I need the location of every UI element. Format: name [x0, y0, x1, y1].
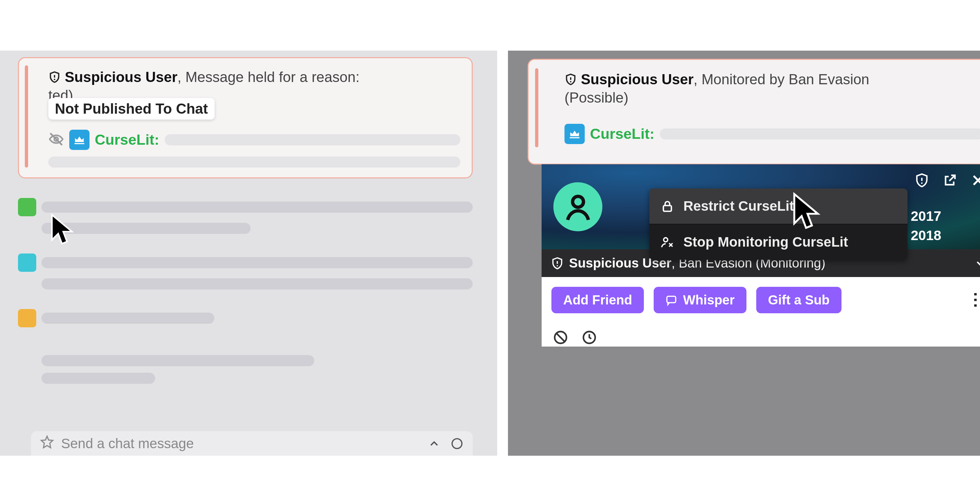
user-badge-teal-icon [18, 253, 36, 272]
svg-point-7 [572, 196, 583, 207]
broadcaster-badge-icon [69, 130, 89, 150]
close-icon[interactable] [970, 173, 980, 188]
ban-icon[interactable] [553, 329, 568, 347]
broadcaster-badge-icon [565, 124, 585, 144]
caret-up-icon[interactable] [428, 437, 441, 450]
chevron-down-icon[interactable] [974, 258, 980, 269]
shield-alert-icon [48, 71, 61, 83]
menu-stop-label: Stop Monitoring CurseLit [683, 234, 848, 250]
svg-point-6 [570, 81, 571, 82]
cursor-icon [789, 191, 826, 237]
flag-title-bold: Suspicious User [581, 71, 694, 87]
compose-placeholder-text: Send a chat message [61, 436, 194, 452]
username-label[interactable]: CurseLit: [590, 126, 655, 142]
whisper-button[interactable]: Whisper [654, 287, 746, 313]
timeout-icon[interactable] [581, 329, 597, 347]
year-label-b: 2018 [911, 226, 941, 245]
message-placeholder [165, 134, 460, 145]
compose-input[interactable]: Send a chat message [31, 431, 473, 456]
year-label-a: 2017 [911, 207, 941, 226]
username-label[interactable]: CurseLit: [95, 131, 159, 148]
chat-placeholder [41, 373, 155, 384]
flagged-message-card: Suspicious User, Message held for a reas… [18, 57, 473, 178]
flagged-message-card: Suspicious User, Monitored by Ban Evasio… [528, 59, 980, 165]
shield-icon[interactable] [914, 173, 929, 188]
add-friend-button[interactable]: Add Friend [551, 287, 644, 313]
svg-point-4 [452, 439, 462, 449]
svg-point-13 [557, 265, 558, 266]
user-card-actions: Add Friend Whisper Gift a Sub ⋯ [542, 277, 980, 323]
menu-stop-monitoring[interactable]: Stop Monitoring CurseLit [649, 224, 907, 260]
chat-icon [665, 294, 677, 306]
not-published-tooltip: Not Published To Chat [48, 98, 215, 119]
popout-icon[interactable] [942, 173, 958, 188]
star-icon [40, 435, 54, 452]
svg-line-16 [556, 333, 565, 342]
user-card-banner: 2017 2018 Restrict CurseLit Stop Monitor… [542, 164, 980, 249]
user-badge-green-icon [18, 198, 36, 216]
emoji-icon[interactable] [450, 437, 463, 450]
svg-rect-14 [667, 296, 676, 303]
menu-restrict-user[interactable]: Restrict CurseLit [649, 188, 907, 224]
left-panel: Suspicious User, Message held for a reas… [0, 51, 497, 456]
gift-sub-button[interactable]: Gift a Sub [756, 287, 842, 313]
svg-point-11 [663, 238, 668, 242]
message-placeholder [660, 128, 980, 140]
flag-title-rest: , Message held for a reason: [177, 69, 360, 85]
hidden-eye-icon[interactable] [48, 131, 64, 148]
chat-placeholder [41, 278, 473, 290]
flag-title-bold: Suspicious User [65, 69, 177, 85]
user-x-icon [660, 235, 674, 249]
message-placeholder-line [48, 156, 460, 167]
lock-icon [660, 199, 674, 213]
chat-placeholder [41, 313, 214, 324]
svg-point-1 [54, 79, 55, 80]
cursor-icon [48, 212, 79, 251]
user-card: 2017 2018 Restrict CurseLit Stop Monitor… [542, 164, 980, 347]
flag-subline: (Possible) [565, 89, 980, 106]
avatar[interactable] [554, 182, 602, 231]
chat-placeholder [41, 355, 314, 366]
more-menu-button[interactable]: ⋯ [966, 291, 980, 309]
shield-alert-icon [551, 257, 564, 270]
svg-point-9 [921, 182, 923, 184]
menu-restrict-label: Restrict CurseLit [683, 198, 794, 214]
user-badge-orange-icon [18, 309, 36, 327]
svg-rect-10 [663, 205, 671, 212]
chat-placeholder [41, 257, 473, 268]
right-panel: Suspicious User, Monitored by Ban Evasio… [508, 51, 980, 456]
context-menu: Restrict CurseLit Stop Monitoring CurseL… [649, 188, 907, 260]
flag-title-rest: , Monitored by Ban Evasion [694, 71, 869, 87]
chat-placeholder [41, 202, 473, 213]
shield-alert-icon [565, 73, 577, 86]
